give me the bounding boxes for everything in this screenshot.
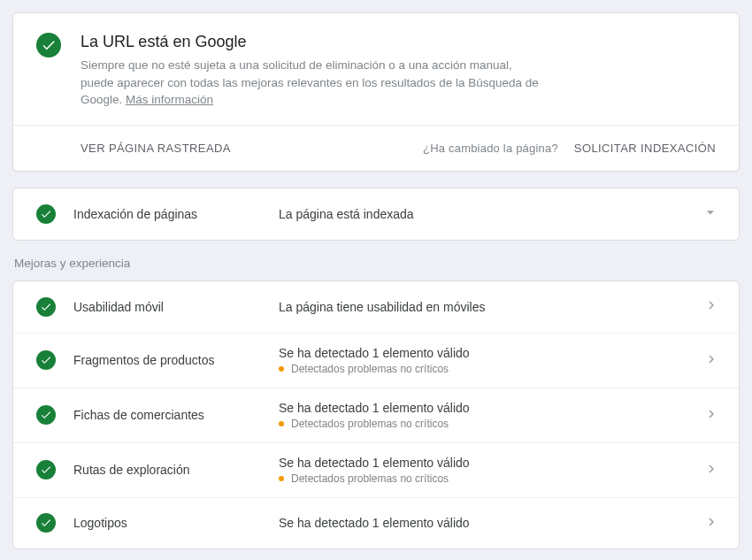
section-title: Mejoras y experiencia [14,257,738,270]
enhancement-status: La página tiene usabilidad en móviles [279,300,703,314]
warning-dot-icon [279,421,284,426]
warning-dot-icon [279,476,284,481]
enhancement-status-text: Se ha detectado 1 elemento válido [279,456,703,470]
check-icon [36,204,56,224]
warning-dot-icon [279,366,284,372]
check-icon [36,513,56,533]
enhancement-status-text: Se ha detectado 1 elemento válido [279,346,703,360]
enhancement-label: Rutas de exploración [73,463,279,477]
enhancements-list: Usabilidad móvilLa página tiene usabilid… [12,280,740,549]
chevron-right-icon [703,514,719,533]
enhancement-label: Usabilidad móvil [73,300,279,314]
enhancement-status: Se ha detectado 1 elemento válidoDetecta… [279,456,703,485]
indexing-status: La página está indexada [279,207,702,221]
status-actions: VER PÁGINA RASTREADA ¿Ha cambiado la pág… [13,125,739,171]
check-icon [36,460,56,479]
enhancement-status-text: La página tiene usabilidad en móviles [279,300,703,314]
check-icon [36,350,56,370]
enhancement-status: Se ha detectado 1 elemento válidoDetecta… [279,401,703,430]
enhancement-row[interactable]: Fragmentos de productosSe ha detectado 1… [13,333,739,387]
view-crawled-page-button[interactable]: VER PÁGINA RASTREADA [81,142,231,155]
enhancement-sub: Detectados problemas no críticos [279,418,703,430]
enhancement-sub: Detectados problemas no críticos [279,363,703,375]
check-icon [36,33,61,58]
chevron-right-icon [703,406,719,425]
chevron-down-icon [702,203,719,224]
indexing-label: Indexación de páginas [73,207,279,221]
enhancement-status: Se ha detectado 1 elemento válidoDetecta… [279,346,703,375]
enhancement-label: Logotipos [73,516,279,530]
status-description: Siempre que no esté sujeta a una solicit… [81,57,541,109]
enhancement-sub-text: Detectados problemas no críticos [291,363,449,375]
enhancement-status-text: Se ha detectado 1 elemento válido [279,516,703,530]
check-icon [36,405,56,425]
enhancement-label: Fragmentos de productos [73,353,279,367]
enhancement-row[interactable]: LogotiposSe ha detectado 1 elemento váli… [13,497,739,548]
enhancement-label: Fichas de comerciantes [73,408,279,422]
enhancement-sub: Detectados problemas no críticos [279,472,703,485]
enhancement-row[interactable]: Usabilidad móvilLa página tiene usabilid… [13,281,739,333]
request-indexing-button[interactable]: SOLICITAR INDEXACIÓN [574,142,716,155]
enhancement-sub-text: Detectados problemas no críticos [291,472,449,485]
enhancement-sub-text: Detectados problemas no críticos [291,418,449,430]
check-icon [36,297,56,317]
enhancement-status: Se ha detectado 1 elemento válido [279,516,703,530]
enhancement-row[interactable]: Fichas de comerciantesSe ha detectado 1 … [13,387,739,442]
chevron-right-icon [703,461,719,479]
indexing-row[interactable]: Indexación de páginas La página está ind… [13,188,739,240]
more-info-link[interactable]: Más información [126,93,213,106]
enhancement-row[interactable]: Rutas de exploraciónSe ha detectado 1 el… [13,442,739,497]
status-hero: La URL está en Google Siempre que no est… [13,13,739,125]
page-changed-question: ¿Ha cambiado la página? [423,142,558,155]
chevron-right-icon [703,351,719,370]
indexing-card: Indexación de páginas La página está ind… [12,188,740,241]
enhancement-status-text: Se ha detectado 1 elemento válido [279,401,703,415]
chevron-right-icon [703,297,719,316]
status-title: La URL está en Google [81,33,716,51]
status-card: La URL está en Google Siempre que no est… [12,12,740,172]
